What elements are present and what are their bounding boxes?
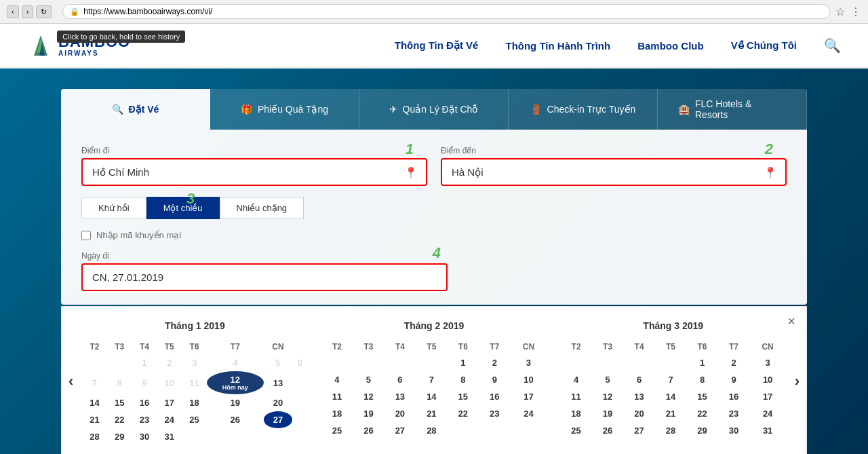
calendar-day[interactable]: 16 bbox=[718, 388, 749, 405]
calendar-day[interactable]: 16 bbox=[132, 394, 157, 411]
calendar-day[interactable]: 22 bbox=[448, 405, 479, 422]
calendar-day[interactable]: 12 bbox=[592, 388, 623, 405]
date-input[interactable] bbox=[92, 271, 437, 283]
tab-quan-ly-dat-cho[interactable]: ✈ Quản Lý Đặt Chỗ bbox=[359, 89, 509, 130]
calendar-day[interactable]: 18 bbox=[182, 394, 207, 411]
calendar-day[interactable]: 11 bbox=[560, 388, 591, 405]
calendar-day[interactable]: 17 bbox=[157, 394, 182, 411]
date-input-box[interactable] bbox=[81, 263, 448, 291]
calendar-day[interactable]: 28 bbox=[416, 422, 447, 439]
calendar-day[interactable]: 23 bbox=[132, 411, 157, 428]
calendar-day[interactable]: 14 bbox=[82, 394, 107, 411]
calendar-day[interactable]: 27 bbox=[264, 411, 293, 428]
calendar-day[interactable]: 13 bbox=[623, 388, 654, 405]
calendar-day[interactable]: 8 bbox=[686, 371, 717, 388]
calendar-day[interactable]: 25 bbox=[560, 422, 591, 439]
calendar-day[interactable]: 18 bbox=[321, 405, 353, 422]
calendar-prev-button[interactable]: ‹ bbox=[68, 373, 73, 390]
calendar-day[interactable]: 1 bbox=[132, 354, 157, 371]
calendar-day[interactable]: 26 bbox=[207, 411, 264, 428]
calendar-day[interactable]: 24 bbox=[749, 405, 786, 422]
calendar-day[interactable]: 19 bbox=[207, 394, 264, 411]
url-bar[interactable]: 🔒 https://www.bambooairways.com/vi/ bbox=[62, 4, 830, 19]
calendar-day[interactable]: 6 bbox=[292, 354, 307, 371]
nav-item-dat-ve[interactable]: Thông Tin Đặt Vé bbox=[395, 39, 479, 52]
bookmark-icon[interactable]: ☆ bbox=[835, 5, 845, 18]
calendar-day[interactable]: 27 bbox=[623, 422, 654, 439]
calendar-close-button[interactable]: × bbox=[787, 314, 795, 329]
calendar-day[interactable]: 31 bbox=[749, 422, 786, 439]
calendar-day[interactable]: 5 bbox=[264, 354, 293, 371]
calendar-day[interactable]: 4 bbox=[560, 371, 591, 388]
calendar-day[interactable]: 13 bbox=[264, 371, 293, 394]
calendar-day[interactable]: 29 bbox=[686, 422, 717, 439]
tab-flc-hotels[interactable]: 🏨 FLC Hotels & Resorts bbox=[658, 89, 807, 130]
tab-check-in[interactable]: 🚪 Check-in Trực Tuyến bbox=[509, 89, 658, 130]
calendar-day[interactable]: 27 bbox=[384, 422, 416, 439]
calendar-day[interactable]: 28 bbox=[82, 428, 107, 445]
calendar-day[interactable]: 23 bbox=[718, 405, 749, 422]
calendar-day[interactable]: 26 bbox=[353, 422, 384, 439]
calendar-next-button[interactable]: › bbox=[795, 373, 800, 390]
calendar-day[interactable]: 2 bbox=[479, 354, 510, 371]
calendar-day[interactable]: 31 bbox=[157, 428, 182, 445]
calendar-day[interactable]: 21 bbox=[416, 405, 447, 422]
calendar-day[interactable]: 6 bbox=[623, 371, 654, 388]
calendar-day[interactable]: 15 bbox=[686, 388, 717, 405]
calendar-day[interactable]: 14 bbox=[416, 388, 447, 405]
calendar-day[interactable]: 20 bbox=[623, 405, 654, 422]
tab-dat-ve[interactable]: 🔍 Đặt Vé bbox=[61, 89, 210, 130]
calendar-day[interactable]: 15 bbox=[448, 388, 479, 405]
calendar-day[interactable]: 14 bbox=[655, 388, 686, 405]
calendar-day[interactable]: 3 bbox=[749, 354, 786, 371]
khu-hoi-button[interactable]: Khứ hồi bbox=[81, 197, 146, 219]
reload-button[interactable]: ↻ bbox=[36, 5, 52, 18]
calendar-day[interactable]: 5 bbox=[592, 371, 623, 388]
nav-item-bamboo-club[interactable]: Bamboo Club bbox=[637, 40, 704, 52]
origin-input-wrapper[interactable]: 📍 bbox=[81, 158, 427, 186]
calendar-day[interactable]: 10 bbox=[511, 371, 547, 388]
calendar-day[interactable]: 1 bbox=[686, 354, 717, 371]
mot-chieu-button[interactable]: Một chiều bbox=[146, 197, 220, 219]
calendar-day[interactable]: 30 bbox=[718, 422, 749, 439]
nav-item-hanh-trinh[interactable]: Thông Tin Hành Trình bbox=[505, 40, 610, 52]
calendar-day[interactable]: 20 bbox=[384, 405, 416, 422]
calendar-day[interactable]: 17 bbox=[511, 388, 547, 405]
calendar-day[interactable]: 10 bbox=[157, 371, 182, 394]
calendar-day[interactable]: 21 bbox=[655, 405, 686, 422]
calendar-day[interactable]: 19 bbox=[353, 405, 384, 422]
calendar-day[interactable]: 22 bbox=[686, 405, 717, 422]
calendar-day[interactable]: 25 bbox=[182, 411, 207, 428]
calendar-day[interactable]: 15 bbox=[107, 394, 132, 411]
calendar-day[interactable]: 23 bbox=[479, 405, 510, 422]
calendar-day[interactable]: 1 bbox=[448, 354, 479, 371]
calendar-day[interactable]: 30 bbox=[132, 428, 157, 445]
browser-menu-icon[interactable]: ⋮ bbox=[850, 5, 861, 18]
calendar-day[interactable]: 28 bbox=[655, 422, 686, 439]
calendar-day[interactable]: 2 bbox=[157, 354, 182, 371]
calendar-day[interactable]: 4 bbox=[321, 371, 353, 388]
calendar-day[interactable]: 9 bbox=[479, 371, 510, 388]
promo-checkbox[interactable] bbox=[81, 231, 91, 240]
destination-input[interactable] bbox=[452, 166, 758, 178]
calendar-day[interactable]: 6 bbox=[384, 371, 416, 388]
tab-phieu-qua-tang[interactable]: 🎁 Phiếu Quà Tặng bbox=[210, 89, 359, 130]
calendar-day[interactable]: 22 bbox=[107, 411, 132, 428]
calendar-day[interactable]: 4 bbox=[207, 354, 264, 371]
calendar-day[interactable]: 3 bbox=[511, 354, 547, 371]
calendar-day[interactable]: 19 bbox=[592, 405, 623, 422]
back-button[interactable]: ‹ bbox=[7, 5, 19, 18]
destination-input-wrapper[interactable]: 📍 bbox=[441, 158, 787, 186]
nhieu-chang-button[interactable]: Nhiều chặng bbox=[220, 197, 304, 219]
calendar-day[interactable]: 10 bbox=[749, 371, 786, 388]
calendar-day[interactable]: 8 bbox=[448, 371, 479, 388]
calendar-day[interactable]: 29 bbox=[107, 428, 132, 445]
calendar-day[interactable]: 3 bbox=[182, 354, 207, 371]
nav-item-ve-chung-toi[interactable]: Về Chúng Tôi bbox=[731, 39, 797, 52]
calendar-day[interactable]: 21 bbox=[82, 411, 107, 428]
calendar-day[interactable]: 2 bbox=[718, 354, 749, 371]
calendar-day[interactable]: 24 bbox=[157, 411, 182, 428]
forward-button[interactable]: › bbox=[22, 5, 34, 18]
calendar-day[interactable]: 11 bbox=[321, 388, 353, 405]
calendar-day[interactable]: 5 bbox=[353, 371, 384, 388]
